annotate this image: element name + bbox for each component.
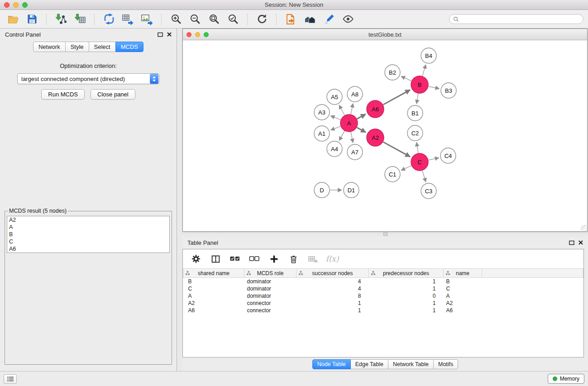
- graph-edge-B-B1[interactable]: [416, 94, 418, 104]
- tab-node-table[interactable]: Node Table: [312, 359, 351, 369]
- mcds-result-item[interactable]: C: [7, 238, 169, 245]
- table-row[interactable]: Cdominator41C: [183, 285, 583, 292]
- tab-network-table[interactable]: Network Table: [388, 359, 434, 369]
- delete-table-button[interactable]: [307, 253, 319, 265]
- graph-node-B3[interactable]: B3: [441, 83, 456, 98]
- network-maximize-button[interactable]: [204, 32, 209, 37]
- zoom-in-button[interactable]: [167, 11, 184, 27]
- column-header-predecessor-nodes[interactable]: predecessor nodes: [369, 269, 444, 278]
- graph-node-C1[interactable]: C1: [385, 167, 400, 182]
- import-table-button[interactable]: [72, 11, 88, 27]
- add-column-button[interactable]: [268, 253, 280, 265]
- tab-edge-table[interactable]: Edge Table: [350, 359, 388, 369]
- deselect-all-button[interactable]: [249, 253, 260, 265]
- graph-edge-B-B2[interactable]: [401, 76, 411, 81]
- run-mcds-button[interactable]: Run MCDS: [41, 89, 85, 100]
- show-columns-button[interactable]: [210, 253, 221, 265]
- close-panel-action-button[interactable]: Close panel: [91, 89, 135, 100]
- graph-node-A4[interactable]: A4: [327, 141, 342, 157]
- table-row[interactable]: Adominator80A: [183, 292, 583, 300]
- network-graph[interactable]: B4B2BB3A5A8A6B1A3AC2A1A2A4A7C4CC1C3DD1: [183, 40, 587, 231]
- graph-edge-A-A8[interactable]: [351, 104, 353, 114]
- import-network-button[interactable]: [53, 11, 69, 27]
- network-canvas[interactable]: B4B2BB3A5A8A6B1A3AC2A1A2A4A7C4CC1C3DD1: [183, 40, 587, 231]
- graph-node-C3[interactable]: C3: [421, 183, 436, 199]
- column-header-MCDS-role[interactable]: MCDS role: [244, 269, 296, 278]
- graph-node-A3[interactable]: A3: [314, 105, 330, 120]
- home-button[interactable]: [301, 11, 318, 27]
- graph-edge-B-B3[interactable]: [429, 86, 440, 89]
- close-window-button[interactable]: [4, 2, 10, 8]
- export-document-button[interactable]: [282, 11, 299, 27]
- mcds-result-list[interactable]: A2ABCA6: [7, 216, 170, 253]
- mcds-result-item[interactable]: A2: [7, 216, 169, 224]
- graph-node-C4[interactable]: C4: [440, 148, 456, 163]
- close-table-panel-button[interactable]: [578, 240, 583, 245]
- search-field[interactable]: [449, 14, 583, 24]
- graph-node-C[interactable]: C: [411, 153, 428, 171]
- export-table-button[interactable]: [120, 11, 136, 27]
- task-history-button[interactable]: [4, 374, 17, 384]
- graph-edge-B-B4[interactable]: [422, 65, 426, 76]
- zoom-selected-button[interactable]: [225, 11, 241, 27]
- graph-node-C2[interactable]: C2: [407, 125, 423, 141]
- graph-edge-C-C3[interactable]: [422, 171, 426, 182]
- tab-select[interactable]: Select: [89, 42, 116, 52]
- graph-node-A1[interactable]: A1: [314, 126, 330, 141]
- function-builder-button[interactable]: f(x): [326, 253, 338, 265]
- graph-edge-A-A2[interactable]: [357, 128, 366, 133]
- zoom-out-button[interactable]: [186, 11, 203, 27]
- graph-node-A7[interactable]: A7: [347, 144, 363, 160]
- table-settings-button[interactable]: [190, 253, 202, 265]
- column-header-name[interactable]: name: [444, 269, 482, 278]
- float-panel-button[interactable]: [158, 32, 163, 37]
- tab-style[interactable]: Style: [65, 42, 89, 52]
- graph-node-A6[interactable]: A6: [367, 100, 384, 118]
- graph-node-A2[interactable]: A2: [367, 129, 384, 146]
- table-row[interactable]: A2connector11A2: [183, 300, 583, 307]
- resize-handle[interactable]: [581, 225, 587, 231]
- graph-edge-C-C2[interactable]: [416, 143, 418, 153]
- graph-node-A[interactable]: A: [340, 114, 358, 132]
- graph-node-B[interactable]: B: [411, 76, 428, 93]
- tab-motifs[interactable]: Motifs: [433, 359, 458, 369]
- graph-node-D1[interactable]: D1: [344, 182, 359, 198]
- zoom-fit-button[interactable]: [206, 11, 222, 27]
- column-header-successor-nodes[interactable]: successor nodes: [296, 269, 369, 278]
- open-file-button[interactable]: [5, 11, 21, 27]
- mcds-result-item[interactable]: B: [7, 231, 169, 238]
- table-row[interactable]: A6connector11A6: [183, 307, 583, 314]
- graph-edge-A-A4[interactable]: [339, 131, 344, 140]
- graph-edge-A2-C[interactable]: [383, 142, 411, 157]
- show-hide-button[interactable]: [339, 11, 356, 27]
- graph-node-D[interactable]: D: [314, 182, 330, 198]
- column-header-shared-name[interactable]: shared name: [183, 269, 244, 278]
- tab-network[interactable]: Network: [33, 42, 66, 52]
- graph-edge-A-A7[interactable]: [351, 132, 353, 143]
- graph-node-B2[interactable]: B2: [385, 65, 400, 80]
- graph-edge-C-C1[interactable]: [401, 166, 411, 170]
- tab-mcds[interactable]: MCDS: [115, 42, 143, 52]
- select-all-button[interactable]: [229, 253, 241, 265]
- network-minimize-button[interactable]: [195, 32, 200, 37]
- graph-edge-A-A6[interactable]: [357, 114, 366, 119]
- close-panel-button[interactable]: [167, 32, 172, 37]
- session-arrows-button[interactable]: [100, 11, 117, 27]
- table-row[interactable]: Bdominator41B: [183, 278, 583, 285]
- search-input[interactable]: [461, 16, 579, 22]
- refresh-button[interactable]: [253, 11, 270, 27]
- mcds-result-item[interactable]: A6: [7, 245, 169, 253]
- graph-node-A5[interactable]: A5: [327, 89, 342, 105]
- graph-node-B1[interactable]: B1: [407, 105, 423, 121]
- network-close-button[interactable]: [186, 32, 191, 37]
- export-image-button[interactable]: [139, 11, 155, 27]
- splitter-grip-icon[interactable]: [383, 233, 387, 236]
- graph-edge-A-A1[interactable]: [331, 126, 341, 130]
- graph-edge-C-C4[interactable]: [429, 158, 439, 160]
- graph-node-B4[interactable]: B4: [421, 48, 436, 63]
- horizontal-splitter[interactable]: [182, 232, 588, 237]
- float-table-panel-button[interactable]: [569, 240, 574, 245]
- graph-edge-A-A3[interactable]: [331, 116, 341, 120]
- optimization-criterion-dropdown[interactable]: largest connected component (directed): [17, 73, 159, 84]
- graph-edge-A-A5[interactable]: [339, 105, 344, 115]
